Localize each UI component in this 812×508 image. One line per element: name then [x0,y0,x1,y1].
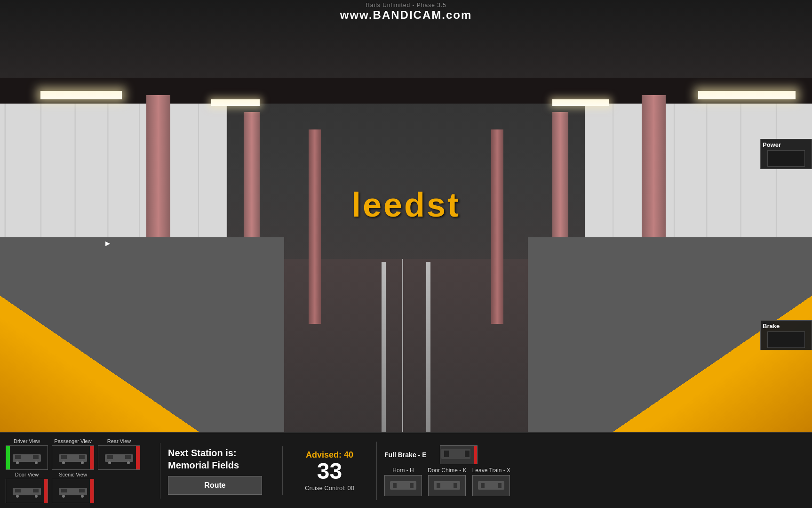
ceiling-light-left-2 [211,99,260,106]
passenger-view-img[interactable] [52,445,94,470]
scenic-view-img[interactable] [52,479,94,503]
passenger-view-btn[interactable]: Passenger View [52,438,94,470]
leave-train-button[interactable] [472,475,510,496]
door-chime-button[interactable] [428,475,466,496]
svg-rect-6 [61,455,67,459]
watermark-banner: Rails Unlimited - Phase 3.5 www.BANDICAM… [340,0,472,24]
svg-rect-30 [410,483,414,488]
svg-point-4 [35,461,38,464]
driver-view-label: Driver View [14,438,40,444]
svg-point-3 [16,461,19,464]
door-view-label: Door View [15,472,39,477]
sub-controls-row: Horn - H Door Chime - K [384,467,804,496]
svg-rect-7 [79,455,85,459]
ceiling-light-right-1 [698,91,796,99]
svg-rect-1 [15,455,21,459]
door-chime-control: Door Chime - K [428,467,467,496]
horn-button[interactable] [384,475,422,496]
next-station-prefix: Next Station is: [168,448,237,458]
svg-rect-22 [79,489,85,492]
svg-rect-12 [125,455,131,459]
driver-view-img[interactable] [6,445,48,470]
svg-rect-35 [481,483,485,488]
svg-point-24 [81,495,84,498]
brake-panel: Brake [760,320,812,350]
rail-left [382,262,386,432]
rail-right [426,262,430,432]
watermark-text: www.BANDICAM.com [340,8,472,22]
brake-label: Brake [763,323,810,330]
svg-rect-27 [465,451,470,457]
svg-rect-33 [454,483,457,488]
scenic-view-label: Scenic View [59,472,87,477]
driver-view-btn[interactable]: Driver View [6,438,48,470]
ceiling-light-right-2 [552,99,609,106]
view-row-1: Driver View [6,438,154,470]
station-name-3d: leedst [351,185,461,224]
brake-display [767,331,805,348]
platform-yellow-left [0,237,284,432]
svg-point-13 [108,461,111,464]
svg-point-18 [16,495,19,498]
game-viewport: leedst Rails Unlimited - Phase 3.5 www.B… [0,0,812,508]
scenic-view-btn[interactable]: Scenic View [52,472,94,503]
door-view-img[interactable] [6,479,48,503]
svg-point-14 [127,461,130,464]
full-brake-row: Full Brake - E [384,445,804,464]
power-display [767,150,805,167]
column-right-3 [491,129,503,324]
column-left-3 [309,129,321,324]
rear-view-label: Rear View [107,438,131,444]
speed-section: Advised: 40 33 Cruise Control: 00 [282,446,376,495]
rear-view-btn[interactable]: Rear View [98,438,140,470]
tunnel-scene: leedst [0,0,812,432]
horn-label: Horn - H [392,467,414,474]
svg-rect-11 [107,455,113,459]
full-brake-button[interactable] [440,445,478,464]
next-station-text: Next Station is: Memorial Fields [168,447,275,471]
full-brake-label: Full Brake - E [384,451,436,459]
game-title: Rails Unlimited - Phase 3.5 [340,2,472,8]
speed-display: 33 [292,460,367,483]
svg-point-8 [62,461,65,464]
passenger-view-label: Passenger View [54,438,91,444]
controls-section: Full Brake - E Horn - H [376,442,812,500]
svg-rect-36 [498,483,502,488]
bottom-hud: Driver View [0,433,812,508]
station-info-section: Next Station is: Memorial Fields Route [160,443,282,499]
svg-rect-26 [444,451,449,457]
view-buttons-section: Driver View [0,435,160,507]
door-view-btn[interactable]: Door View [6,472,48,503]
tunnel-ceiling-band [0,78,812,104]
svg-point-9 [81,461,84,464]
horn-control: Horn - H [384,467,422,496]
svg-point-23 [62,495,65,498]
route-button[interactable]: Route [168,476,262,495]
power-panel: Power [760,139,812,169]
rear-view-img[interactable] [98,445,140,470]
svg-rect-17 [33,489,39,492]
svg-point-19 [35,495,38,498]
svg-rect-29 [393,483,397,488]
svg-rect-16 [15,489,21,492]
leave-train-label: Leave Train - X [472,467,510,474]
rail-center [402,259,403,432]
view-row-2: Door View [6,472,154,503]
leave-train-control: Leave Train - X [472,467,510,496]
next-station-name: Memorial Fields [168,460,239,470]
svg-rect-21 [61,489,67,492]
mouse-cursor [105,237,115,247]
cruise-value: 00 [347,484,354,492]
svg-rect-2 [33,455,39,459]
svg-rect-32 [437,483,440,488]
door-chime-label: Door Chime - K [428,467,467,474]
cruise-label: Cruise Control: 00 [292,484,367,492]
power-label: Power [763,141,810,148]
ceiling-light-left-1 [40,91,122,99]
